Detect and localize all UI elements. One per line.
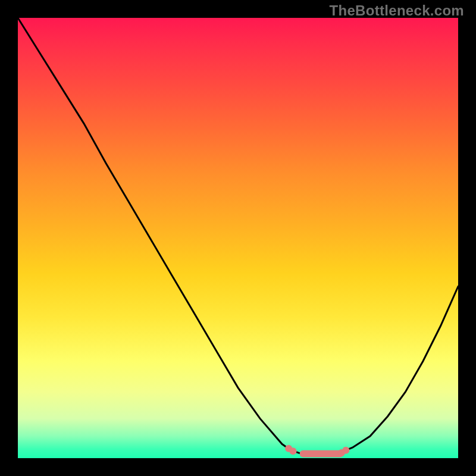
marker-dot (290, 447, 297, 455)
main-curve (18, 18, 458, 456)
plot-area (18, 18, 458, 458)
marker-dot (342, 447, 349, 454)
marker-bar (300, 450, 344, 458)
markers-group (285, 445, 349, 458)
curve-layer (18, 18, 458, 458)
watermark-text: TheBottleneck.com (330, 2, 464, 19)
chart-frame: TheBottleneck.com (0, 0, 476, 476)
